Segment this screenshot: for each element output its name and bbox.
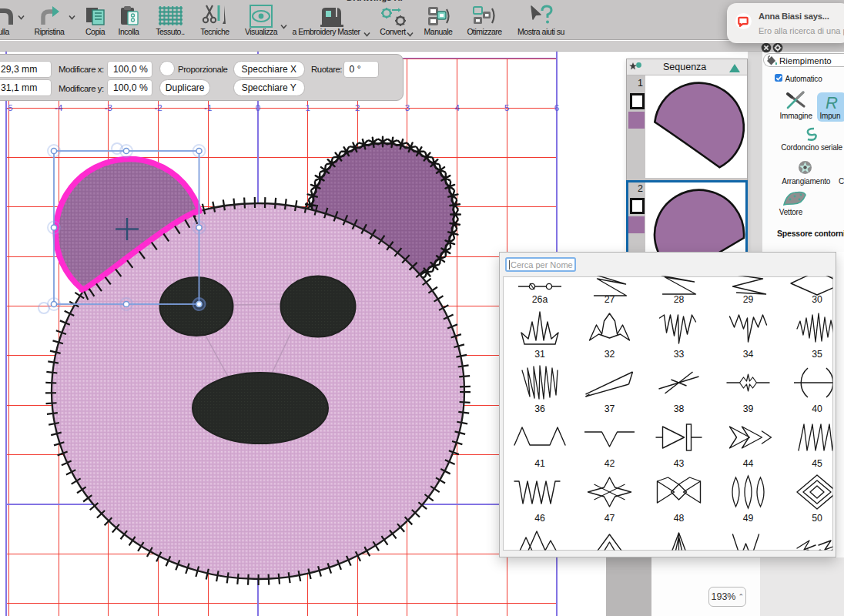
svg-text:36: 36 xyxy=(534,403,545,414)
svg-text:26a: 26a xyxy=(532,294,548,305)
svg-text:45: 45 xyxy=(812,458,822,469)
svg-text:46: 46 xyxy=(534,513,545,524)
svg-text:50: 50 xyxy=(812,513,822,524)
svg-text:40: 40 xyxy=(812,403,822,414)
svg-text:41: 41 xyxy=(534,458,545,469)
svg-text:31: 31 xyxy=(534,349,545,360)
svg-text:48: 48 xyxy=(674,513,685,524)
svg-text:30: 30 xyxy=(812,294,822,305)
svg-text:27: 27 xyxy=(605,294,615,305)
svg-text:49: 49 xyxy=(743,513,754,524)
svg-text:34: 34 xyxy=(743,349,754,360)
svg-text:47: 47 xyxy=(605,513,615,524)
svg-text:43: 43 xyxy=(674,458,685,469)
svg-text:38: 38 xyxy=(674,403,685,414)
svg-text:42: 42 xyxy=(605,458,615,469)
svg-text:32: 32 xyxy=(605,349,615,360)
svg-text:29: 29 xyxy=(743,294,754,305)
svg-text:33: 33 xyxy=(674,349,685,360)
svg-text:39: 39 xyxy=(743,403,754,414)
svg-text:44: 44 xyxy=(743,458,754,469)
svg-text:35: 35 xyxy=(812,349,822,360)
svg-text:37: 37 xyxy=(605,403,615,414)
svg-text:28: 28 xyxy=(674,294,685,305)
